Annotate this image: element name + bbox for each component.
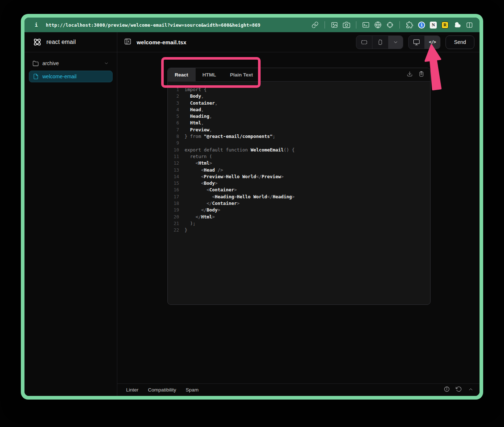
code-line: 19 </Body>: [168, 207, 430, 213]
line-number: 14: [168, 173, 179, 180]
cloud-icon[interactable]: [453, 21, 461, 29]
url-text[interactable]: http://localhost:3000/preview/welcome-em…: [46, 22, 311, 28]
line-number: 6: [168, 120, 179, 126]
code-line: 4 Head,: [168, 106, 430, 113]
link-icon[interactable]: [311, 21, 319, 29]
camera-icon[interactable]: [343, 21, 350, 29]
code-line: 7 Preview,: [168, 127, 430, 133]
screenshot-image-icon[interactable]: [331, 21, 338, 29]
code-line: 8} from "@react-email/components";: [168, 133, 430, 140]
line-number: 15: [168, 180, 179, 187]
code-line: 5 Heading,: [168, 113, 430, 120]
chevron-down-icon[interactable]: [104, 61, 109, 66]
main-panel: welcome-email.tsx </> Send: [117, 32, 480, 396]
download-icon[interactable]: [407, 71, 413, 78]
collapse-panel-chevron-up-icon[interactable]: [468, 386, 474, 394]
tab-react[interactable]: React: [168, 68, 196, 81]
line-number: 5: [168, 113, 179, 120]
onepassword-extension-icon[interactable]: 1: [418, 22, 425, 29]
sidebar: react email archive welcome-email: [24, 32, 117, 396]
code-line: 10export default function WelcomeEmail()…: [168, 147, 430, 153]
content-area: React HTML Plain Text 1import {2 Body,3 …: [117, 52, 480, 383]
line-number: 4: [168, 106, 179, 113]
line-number: 18: [168, 200, 179, 207]
file-icon: [33, 74, 39, 79]
line-number: 1: [168, 86, 179, 93]
code-line: 9: [168, 140, 430, 146]
line-number: 22: [168, 227, 179, 233]
document-title: welcome-email.tsx: [137, 39, 186, 45]
copy-clipboard-icon[interactable]: [418, 71, 424, 78]
mobile-width-button[interactable]: [372, 36, 388, 49]
line-number: 7: [168, 127, 179, 133]
tab-html[interactable]: HTML: [196, 68, 223, 81]
code-line: 15 <Body>: [168, 180, 430, 187]
app-logo[interactable]: react email: [24, 32, 117, 52]
extensions-puzzle-icon[interactable]: [406, 21, 413, 29]
globe-icon[interactable]: [374, 21, 382, 29]
code-line: 16 <Container>: [168, 187, 430, 193]
main-header: welcome-email.tsx </> Send: [117, 32, 480, 52]
viewport-size-control: [356, 35, 403, 49]
source-code-panel: React HTML Plain Text 1import {2 Body,3 …: [167, 68, 431, 305]
react-email-app: react email archive welcome-email: [24, 32, 480, 396]
line-number: 10: [168, 147, 179, 153]
line-number: 12: [168, 160, 179, 166]
viewport-dropdown-button[interactable]: [388, 36, 403, 49]
line-number: 2: [168, 93, 179, 100]
sidebar-toggle-icon[interactable]: [124, 38, 132, 47]
toolbar-divider: [399, 21, 400, 29]
desktop-background: i http://localhost:3000/preview/welcome-…: [0, 0, 504, 427]
bottom-toolbar: Linter Compatibility Spam: [117, 383, 480, 396]
sidebar-item-label: welcome-email: [42, 74, 76, 79]
browser-toolbar-icons: 1 N R: [311, 21, 473, 29]
sidebar-item-archive[interactable]: archive: [29, 57, 113, 69]
r-extension-icon[interactable]: R: [442, 22, 448, 29]
info-icon[interactable]: [444, 386, 450, 394]
crosshair-icon[interactable]: [386, 21, 394, 29]
code-line: 21 );: [168, 220, 430, 227]
code-line: 13 <Head />: [168, 167, 430, 173]
line-number: 3: [168, 100, 179, 106]
spam-tab[interactable]: Spam: [186, 387, 198, 393]
preview-view-button[interactable]: [409, 36, 424, 49]
line-number: 21: [168, 220, 179, 227]
linter-tab[interactable]: Linter: [126, 387, 139, 393]
line-number: 13: [168, 167, 179, 173]
source-code-view-button[interactable]: </>: [424, 36, 440, 49]
toolbar-divider: [325, 21, 325, 29]
line-number: 16: [168, 187, 179, 193]
code-line: 20 </Html>: [168, 214, 430, 220]
code-line: 14 <Preview>Hello World</Preview>: [168, 173, 430, 180]
app-logo-text: react email: [46, 39, 76, 45]
code-line: 17 <Heading>Hello World</Heading>: [168, 194, 430, 200]
sidebar-item-welcome-email[interactable]: welcome-email: [29, 71, 113, 82]
code-line: 18 </Container>: [168, 200, 430, 207]
sidebar-item-label: archive: [42, 60, 59, 66]
line-number: 17: [168, 194, 179, 200]
terminal-icon[interactable]: [362, 21, 370, 29]
code-line: 6 Html,: [168, 120, 430, 126]
refresh-icon[interactable]: [456, 386, 462, 394]
line-number: 11: [168, 153, 179, 160]
folder-icon: [33, 60, 39, 67]
notion-extension-icon[interactable]: N: [430, 22, 437, 29]
header-actions: </> Send: [356, 35, 474, 49]
code-editor[interactable]: 1import {2 Body,3 Container,4 Head,5 Hea…: [168, 82, 430, 304]
desktop-width-button[interactable]: [356, 36, 372, 49]
line-number: 8: [168, 133, 179, 140]
compatibility-tab[interactable]: Compatibility: [148, 387, 176, 393]
code-line: 2 Body,: [168, 93, 430, 100]
send-button[interactable]: Send: [446, 35, 474, 49]
code-tabbar: React HTML Plain Text: [168, 68, 430, 82]
code-line: 12 <Html>: [168, 160, 430, 166]
split-view-icon[interactable]: [466, 22, 473, 29]
page-info-icon[interactable]: i: [35, 22, 38, 28]
code-lines: 1import {2 Body,3 Container,4 Head,5 Hea…: [168, 86, 430, 234]
react-email-knot-icon: [33, 37, 42, 47]
toolbar-divider: [356, 21, 356, 29]
view-mode-toggle: </>: [408, 35, 441, 49]
tab-plain-text[interactable]: Plain Text: [223, 68, 260, 81]
line-number: 20: [168, 214, 179, 220]
code-line: 22}: [168, 227, 430, 233]
